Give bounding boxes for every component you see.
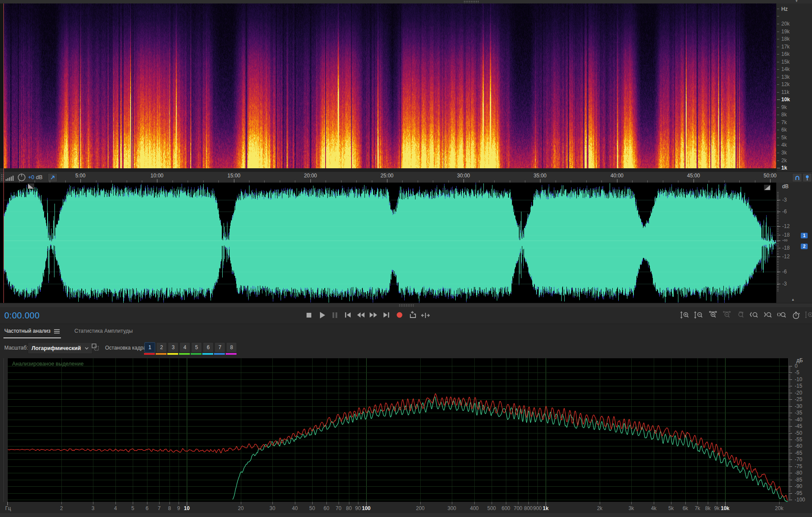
db-ruler-tick bbox=[789, 496, 790, 496]
db-ruler-tick bbox=[789, 374, 790, 375]
loop-playback-button[interactable] bbox=[406, 309, 418, 321]
fade-out-handle[interactable] bbox=[764, 185, 770, 190]
db-ruler-tick bbox=[789, 482, 790, 483]
frequency-ruler[interactable]: Hz 20k19k18k17k16k15k14k13k12k11k10k9k8k… bbox=[776, 3, 812, 171]
play-button[interactable] bbox=[316, 309, 327, 321]
db-ruler-tick bbox=[789, 410, 790, 411]
db-ruler-tick bbox=[789, 387, 790, 388]
db-ruler-tick bbox=[789, 498, 790, 499]
waveform-display[interactable] bbox=[0, 183, 776, 303]
ruler-tick bbox=[777, 241, 780, 241]
db-ruler-tick bbox=[789, 436, 790, 436]
freq-axis-tick bbox=[779, 502, 780, 504]
frame-hold-button-7[interactable]: 7 bbox=[214, 342, 225, 353]
db-ruler-tick bbox=[789, 371, 790, 372]
zoom-in-amplitude-button[interactable] bbox=[679, 309, 691, 321]
db-ruler-tick bbox=[789, 431, 790, 432]
db-tick-label: -95 bbox=[795, 490, 802, 496]
ruler-tick bbox=[777, 69, 779, 70]
frame-hold-color-bar bbox=[191, 353, 201, 355]
scroll-up-icon[interactable]: ▲ bbox=[791, 298, 795, 302]
frame-hold-button-1[interactable]: 1 bbox=[144, 342, 155, 353]
zoom-in-at-out-point-button[interactable] bbox=[762, 309, 774, 321]
db-ruler-tick bbox=[789, 399, 792, 400]
db-ruler-tick bbox=[789, 472, 790, 472]
db-tick-label: -55 bbox=[795, 437, 802, 443]
tab-frequency-analysis[interactable]: Частотный анализ bbox=[4, 328, 51, 334]
spectrogram-display[interactable] bbox=[4, 3, 776, 168]
zoom-out-time-button[interactable] bbox=[720, 309, 732, 321]
marker-pin-button[interactable] bbox=[802, 173, 812, 182]
record-button[interactable] bbox=[393, 309, 405, 321]
frequency-tick-label: 2k bbox=[781, 157, 787, 164]
db-tick-label: -5 bbox=[795, 369, 799, 376]
frame-hold-button-4[interactable]: 4 bbox=[179, 342, 190, 353]
playhead[interactable] bbox=[3, 3, 4, 303]
zoom-in-at-in-point-button[interactable] bbox=[748, 309, 760, 321]
pause-button[interactable] bbox=[329, 309, 340, 321]
loop-playback-icon bbox=[407, 309, 418, 321]
db-ruler-tick bbox=[789, 381, 790, 381]
channel-1-badge[interactable]: 1 bbox=[801, 233, 808, 238]
timeline-ruler[interactable]: +0 dB 5:0010:0015:0020:0025:0030:0035:00… bbox=[0, 171, 812, 183]
waveform-canvas[interactable] bbox=[4, 183, 776, 303]
ruler-tick bbox=[777, 231, 779, 232]
freq-axis-tick bbox=[312, 502, 313, 504]
db-ruler-tick bbox=[789, 414, 790, 414]
freq-axis-tick bbox=[492, 502, 492, 504]
chevron-down-icon[interactable]: ▾ bbox=[796, 0, 798, 3]
db-tick-label: -75 bbox=[795, 463, 802, 469]
frame-hold-button-8[interactable]: 8 bbox=[226, 342, 237, 353]
ruler-tick bbox=[777, 39, 779, 39]
tab-amplitude-statistics[interactable]: Статистика Амплитуды bbox=[74, 328, 133, 334]
zoom-to-selection-icon bbox=[777, 310, 787, 320]
frame-hold-button-3[interactable]: 3 bbox=[168, 342, 179, 353]
fade-in-handle[interactable] bbox=[28, 183, 34, 189]
frequency-tick-label: 6k bbox=[781, 127, 787, 133]
loop-range-button[interactable] bbox=[792, 173, 802, 182]
skip-to-start-button[interactable] bbox=[342, 309, 353, 321]
db-ruler-tick bbox=[789, 372, 792, 373]
zoom-in-time-button[interactable] bbox=[707, 309, 718, 321]
ruler-tick bbox=[777, 238, 779, 238]
zoom-to-selection-button[interactable] bbox=[776, 309, 787, 321]
frame-hold-button-6[interactable]: 6 bbox=[203, 342, 214, 353]
frame-hold-button-5[interactable]: 5 bbox=[191, 342, 202, 353]
freq-axis-tick bbox=[528, 502, 529, 504]
fast-forward-button[interactable] bbox=[368, 309, 379, 321]
db-ruler-tick bbox=[789, 401, 790, 401]
zoom-out-amplitude-button[interactable] bbox=[693, 309, 704, 321]
frequency-tick-label: 19k bbox=[781, 29, 790, 35]
ruler-tick bbox=[777, 266, 779, 267]
restore-default-zoom-button[interactable] bbox=[790, 309, 801, 321]
panel-divider-top[interactable]: ▾ bbox=[0, 0, 812, 3]
freq-tick-label: 1k bbox=[543, 505, 548, 511]
ruler-tick bbox=[777, 283, 779, 283]
zoom-full-reset-button[interactable] bbox=[734, 309, 746, 321]
skip-to-end-button[interactable] bbox=[380, 309, 392, 321]
rewind-button[interactable] bbox=[355, 309, 366, 321]
amplitude-ruler[interactable]: dB 1 2 ▲ -3-6-12-18-∞-18-12-6-3 bbox=[776, 183, 812, 303]
db-ruler-tick bbox=[789, 383, 790, 384]
db-ruler-tick bbox=[789, 427, 790, 428]
zoom-tool-button[interactable] bbox=[803, 309, 812, 321]
panel-menu-icon[interactable] bbox=[54, 329, 60, 334]
move-playhead-button[interactable] bbox=[419, 309, 431, 321]
freq-tick-label: 90 bbox=[355, 505, 361, 511]
timeline-label: 40:00 bbox=[611, 173, 623, 179]
frequency-tick-label: 10k bbox=[781, 96, 790, 103]
channel-2-badge[interactable]: 2 bbox=[801, 244, 808, 249]
db-ruler-tick bbox=[789, 484, 790, 484]
frequency-tick-label: 15k bbox=[781, 59, 790, 65]
stop-button[interactable] bbox=[303, 309, 314, 321]
db-ruler-tick bbox=[789, 366, 792, 366]
timeline-label: 30:00 bbox=[457, 173, 470, 179]
spectrogram-scroll-strip[interactable] bbox=[4, 168, 776, 171]
time-display[interactable]: 0:00.000 bbox=[4, 311, 40, 321]
frame-hold-button-2[interactable]: 2 bbox=[156, 342, 167, 353]
record-icon bbox=[394, 309, 405, 321]
db-ruler-tick bbox=[789, 418, 790, 419]
frequency-plot-canvas[interactable] bbox=[8, 358, 788, 502]
db-ruler-tick bbox=[789, 453, 792, 453]
freq-tick-label: 300 bbox=[448, 505, 456, 511]
